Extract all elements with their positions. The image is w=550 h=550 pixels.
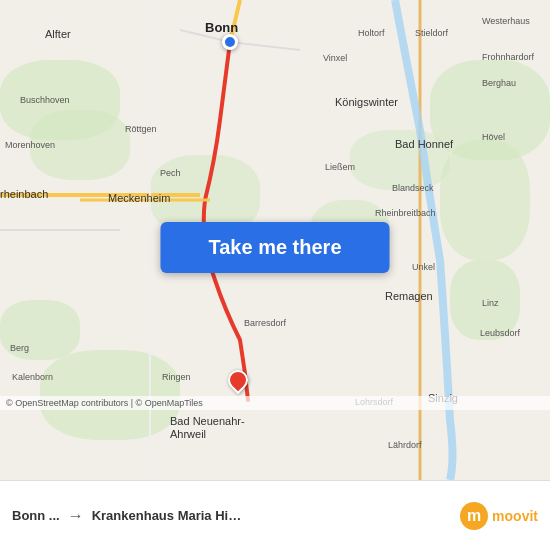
take-me-there-button[interactable]: Take me there	[160, 222, 389, 273]
terrain-patch	[0, 300, 80, 360]
start-marker	[222, 34, 238, 50]
terrain-patch	[450, 260, 520, 340]
end-marker	[228, 370, 248, 390]
route-to: Krankenhaus Maria Hilf Bad Neuenahr-Ah..…	[92, 508, 242, 523]
moovit-logo: m moovit	[460, 502, 538, 530]
attribution-bar: © OpenStreetMap contributors | © OpenMap…	[0, 396, 550, 410]
arrow-icon: →	[68, 507, 84, 525]
terrain-patch	[40, 350, 180, 440]
moovit-text: moovit	[492, 508, 538, 524]
route-info: Bonn ... → Krankenhaus Maria Hilf Bad Ne…	[12, 507, 452, 525]
terrain-patch	[350, 130, 450, 190]
route-from: Bonn ...	[12, 508, 60, 523]
openstreetmap-attribution: © OpenStreetMap contributors | © OpenMap…	[6, 398, 203, 408]
bottom-bar: Bonn ... → Krankenhaus Maria Hilf Bad Ne…	[0, 480, 550, 550]
terrain-patch	[440, 140, 530, 260]
terrain-patch	[30, 110, 130, 180]
moovit-m-icon: m	[460, 502, 488, 530]
map-container: Bonn Alfter Buschhoven Morenhoven rheinb…	[0, 0, 550, 480]
